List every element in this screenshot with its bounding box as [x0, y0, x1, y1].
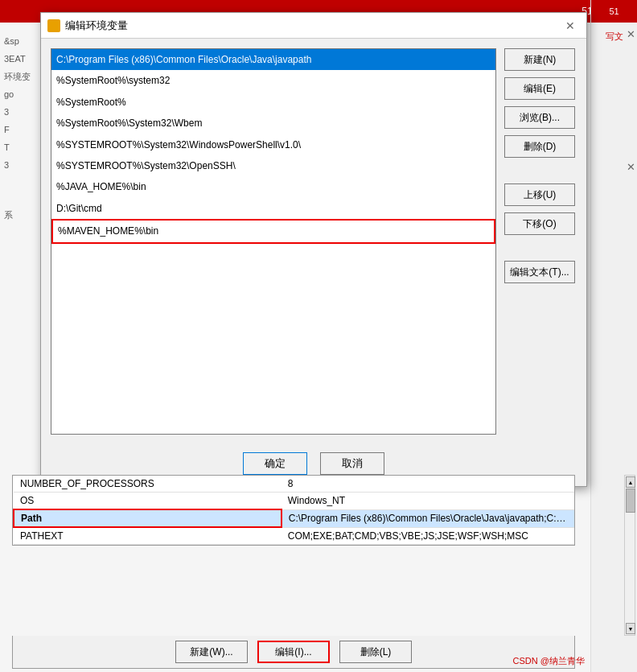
env-name-path: Path [14, 509, 282, 527]
env-value-path: C:\Program Files (x86)\Common Files\Orac… [282, 509, 574, 527]
browse-button[interactable]: 浏览(B)... [504, 106, 575, 129]
move-up-button[interactable]: 上移(U) [504, 183, 575, 206]
bg-side-item: 3 [4, 103, 31, 121]
dialog-close-button[interactable]: ✕ [561, 16, 580, 35]
path-item-0[interactable]: C:\Program Files (x86)\Common Files\Orac… [51, 49, 495, 70]
path-list[interactable]: C:\Program Files (x86)\Common Files\Orac… [51, 48, 496, 435]
bg-side-item: 系 [4, 206, 31, 224]
bottom-edit-button[interactable]: 编辑(I)... [257, 641, 330, 663]
path-item-6[interactable]: %JAVA_HOME%\bin [51, 176, 495, 197]
bottom-delete-button[interactable]: 删除(L) [339, 641, 412, 663]
ok-button[interactable]: 确定 [243, 452, 307, 475]
new-button[interactable]: 新建(N) [504, 48, 575, 71]
path-item-1[interactable]: %SystemRoot%\system32 [51, 70, 495, 91]
env-row-3[interactable]: PATHEXT COM;EXE;BAT;CMD;VBS;VBE;JS;JSE;W… [14, 527, 574, 545]
button-spacer [504, 164, 577, 177]
scrollbar-down-arrow[interactable]: ▼ [626, 623, 635, 634]
move-down-button[interactable]: 下移(O) [504, 212, 575, 235]
dialog-titlebar: 编辑环境变量 ✕ [41, 13, 586, 39]
env-name-0: NUMBER_OF_PROCESSORS [14, 476, 282, 493]
button-spacer-2 [504, 241, 577, 254]
right-button-group: 新建(N) 编辑(E) 浏览(B)... 删除(D) 上移(U) 下移(O) 编… [504, 48, 577, 435]
bg-side-item: 3 [4, 156, 31, 174]
dialog-title-label: 编辑环境变量 [65, 19, 128, 33]
env-row-1[interactable]: OS Windows_NT [14, 493, 574, 510]
cancel-button[interactable]: 取消 [320, 452, 384, 475]
env-row-path[interactable]: Path C:\Program Files (x86)\Common Files… [14, 509, 574, 527]
bottom-buttons-bar: 新建(W)... 编辑(I)... 删除(L) [12, 636, 575, 669]
dialog-title: 编辑环境变量 [47, 19, 128, 33]
bg-side-item: go [4, 85, 31, 103]
dialog-title-icon [47, 19, 60, 32]
bg-side-item: 3EAT [4, 50, 31, 68]
env-value-0: 8 [282, 476, 574, 493]
env-row-0[interactable]: NUMBER_OF_PROCESSORS 8 [14, 476, 574, 493]
scrollbar-thumb[interactable] [626, 489, 635, 513]
env-name-1: OS [14, 493, 282, 510]
sysprop-close2-icon[interactable]: ✕ [627, 161, 635, 173]
path-item-4[interactable]: %SYSTEMROOT%\System32\WindowsPowerShell\… [51, 134, 495, 155]
bottom-new-button[interactable]: 新建(W)... [175, 641, 248, 663]
env-value-3: COM;EXE;BAT;CMD;VBS;VBE;JS;JSE;WSF;WSH;M… [282, 527, 574, 545]
scrollbar-track[interactable]: ▲ ▼ [624, 475, 635, 636]
edit-text-button[interactable]: 编辑文本(T)... [504, 261, 575, 283]
env-value-1: Windows_NT [282, 493, 574, 510]
scrollbar-up-arrow[interactable]: ▲ [626, 476, 635, 488]
dialog-body: C:\Program Files (x86)\Common Files\Orac… [41, 39, 586, 444]
path-item-8[interactable]: %MAVEN_HOME%\bin [51, 219, 495, 243]
env-table-container: NUMBER_OF_PROCESSORS 8 OS Windows_NT Pat… [12, 475, 575, 546]
edit-env-dialog: 编辑环境变量 ✕ C:\Program Files (x86)\Common F… [40, 12, 587, 487]
path-item-5[interactable]: %SYSTEMROOT%\System32\OpenSSH\ [51, 155, 495, 176]
right-sidebar: 51 写文 ✕ ✕ ▲ ▼ [590, 0, 637, 672]
path-item-3[interactable]: %SystemRoot%\System32\Wbem [51, 113, 495, 134]
bg-side-item: 环境变 [4, 68, 31, 85]
csdn-watermark: CSDN @纳兰青华 [513, 655, 585, 667]
env-name-3: PATHEXT [14, 527, 282, 545]
path-item-7[interactable]: D:\Git\cmd [51, 198, 495, 219]
bg-side-item: T [4, 138, 31, 156]
edit-button[interactable]: 编辑(E) [504, 77, 575, 100]
env-table: NUMBER_OF_PROCESSORS 8 OS Windows_NT Pat… [13, 476, 574, 545]
path-item-2[interactable]: %SystemRoot% [51, 92, 495, 113]
delete-button[interactable]: 删除(D) [504, 135, 575, 158]
bg-side-item: &sp [4, 32, 31, 50]
sidebar-top: 51 [591, 0, 637, 23]
bg-side-item: F [4, 121, 31, 138]
sysprop-close-icon[interactable]: ✕ [627, 28, 635, 40]
